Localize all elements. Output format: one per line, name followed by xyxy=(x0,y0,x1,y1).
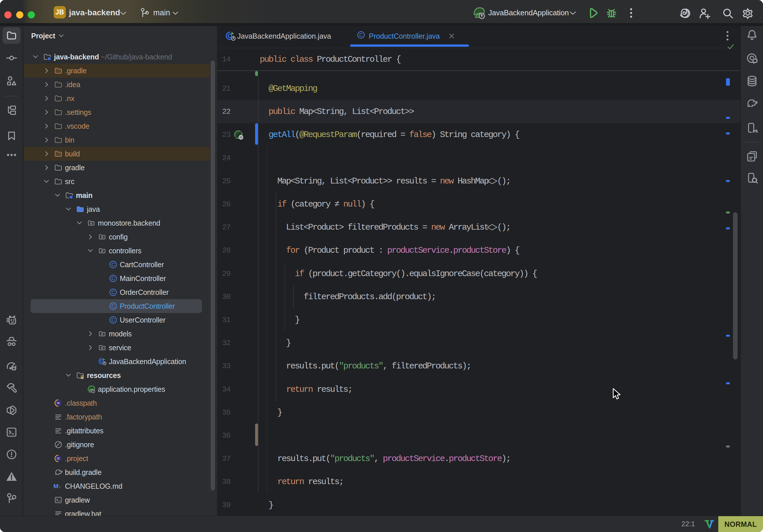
svg-text:C: C xyxy=(111,276,115,281)
svg-text:C: C xyxy=(111,290,115,295)
svg-text:C: C xyxy=(111,317,115,323)
svg-text:C: C xyxy=(111,262,115,267)
svg-text:C: C xyxy=(111,303,115,309)
svg-text:C: C xyxy=(359,32,363,38)
